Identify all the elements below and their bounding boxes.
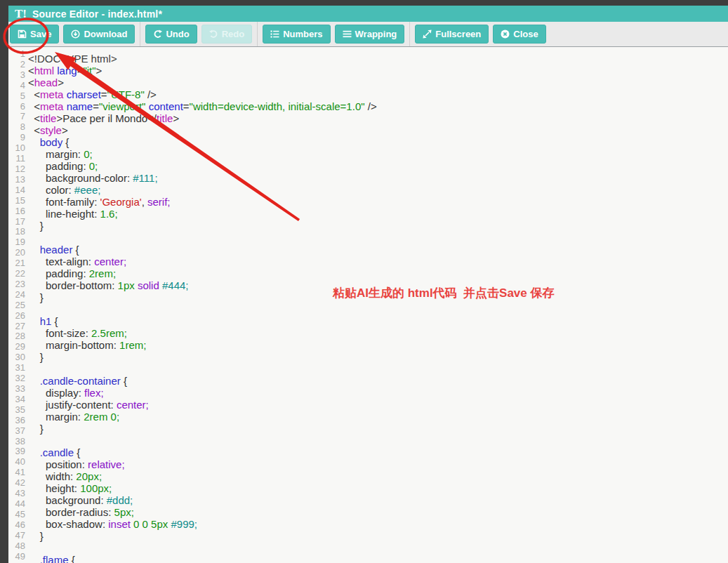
line-number: 33 — [8, 384, 25, 395]
wrap-lines-icon — [343, 29, 352, 39]
line-number: 21 — [8, 258, 25, 269]
button-label: Save — [30, 29, 51, 39]
code-line[interactable]: position: relative; — [28, 458, 728, 470]
code-line[interactable]: display: flex; — [28, 387, 728, 399]
code-line[interactable]: <style> — [28, 124, 728, 136]
line-number: 8 — [8, 122, 25, 133]
line-number: 43 — [8, 489, 25, 499]
undo-button[interactable]: Undo — [145, 25, 197, 44]
fullscreen-icon — [423, 29, 432, 39]
toolbar: SaveDownloadUndoRedoNumbersWrappingFulls… — [8, 22, 728, 47]
code-line[interactable]: width: 20px; — [28, 470, 728, 482]
line-number: 29 — [8, 342, 25, 352]
code-line[interactable]: <head> — [28, 77, 728, 88]
line-number-gutter: 1234567891011121314151617181920212223242… — [8, 49, 25, 562]
fullscreen-button[interactable]: Fullscreen — [415, 25, 489, 44]
code-line[interactable]: font-size: 2.5rem; — [28, 327, 728, 339]
code-line[interactable]: <!DOCTYPE html> — [28, 53, 728, 65]
numbered-list-icon — [270, 29, 279, 39]
code-line[interactable]: <html lang="it"> — [28, 65, 728, 77]
code-line[interactable]: } — [28, 351, 728, 363]
page: { "window": { "logo": "T!", "title": "So… — [0, 0, 728, 563]
line-number: 27 — [8, 322, 25, 332]
code-editor[interactable]: 1234567891011121314151617181920212223242… — [8, 47, 728, 563]
line-number: 24 — [8, 290, 25, 300]
save-button[interactable]: Save — [10, 25, 59, 44]
code-line[interactable]: h1 { — [28, 315, 728, 327]
line-number: 35 — [8, 405, 25, 416]
line-number: 46 — [8, 520, 25, 531]
code-line[interactable]: <meta name="viewport" content="width=dev… — [28, 100, 728, 112]
line-number: 25 — [8, 300, 25, 311]
code-line[interactable]: border-radius: 5px; — [28, 506, 728, 518]
toolbar-group: NumbersWrapping — [258, 22, 410, 46]
code-line[interactable] — [28, 232, 728, 244]
download-button[interactable]: Download — [63, 25, 135, 44]
code-line[interactable]: header { — [28, 244, 728, 256]
redo-button[interactable]: Redo — [201, 25, 253, 44]
numbers-button[interactable]: Numbers — [263, 25, 330, 44]
close-button[interactable]: Close — [493, 25, 545, 44]
code-line[interactable]: .candle-container { — [28, 375, 728, 387]
line-number: 10 — [8, 143, 25, 154]
line-number: 49 — [8, 552, 25, 562]
code-line[interactable]: font-family: 'Georgia', serif; — [28, 196, 728, 208]
line-number: 42 — [8, 478, 25, 489]
line-number: 37 — [8, 426, 25, 437]
code-line[interactable]: .candle { — [28, 446, 728, 458]
app-logo: T! — [15, 8, 27, 20]
line-number: 5 — [8, 91, 25, 102]
code-line[interactable]: box-shadow: inset 0 0 5px #999; — [28, 518, 728, 530]
code-line[interactable]: .flame { — [28, 554, 728, 563]
line-number: 13 — [8, 175, 25, 185]
wrapping-button[interactable]: Wrapping — [335, 25, 405, 44]
line-number: 12 — [8, 164, 25, 175]
code-content[interactable]: <!DOCTYPE html><html lang="it"><head> <m… — [28, 53, 728, 563]
code-line[interactable]: background: #ddd; — [28, 494, 728, 506]
line-number: 4 — [8, 81, 25, 91]
line-number: 7 — [8, 112, 25, 122]
code-line[interactable]: padding: 2rem; — [28, 267, 728, 279]
line-number: 15 — [8, 196, 25, 206]
code-line[interactable]: } — [28, 220, 728, 232]
line-number: 11 — [8, 154, 25, 164]
code-line[interactable]: margin: 0; — [28, 148, 728, 160]
code-line[interactable]: height: 100px; — [28, 482, 728, 494]
annotation-note: 粘贴AI生成的 html代码 并点击Save 保存 — [333, 285, 554, 301]
line-number: 34 — [8, 395, 25, 405]
code-line[interactable]: text-align: center; — [28, 256, 728, 267]
code-line[interactable] — [28, 303, 728, 315]
code-line[interactable]: } — [28, 423, 728, 435]
code-line[interactable]: color: #eee; — [28, 184, 728, 196]
line-number: 3 — [8, 70, 25, 81]
line-number: 32 — [8, 373, 25, 384]
code-line[interactable] — [28, 542, 728, 554]
code-line[interactable]: justify-content: center; — [28, 399, 728, 411]
line-number: 2 — [8, 60, 25, 70]
line-number: 16 — [8, 206, 25, 217]
code-line[interactable]: padding: 0; — [28, 160, 728, 172]
code-line[interactable]: } — [28, 530, 728, 542]
floppy-save-icon — [18, 29, 27, 39]
button-label: Fullscreen — [435, 29, 481, 39]
source-editor-window: T! Source Editor - index.html* SaveDownl… — [8, 6, 728, 563]
code-line[interactable]: background-color: #111; — [28, 172, 728, 184]
undo-icon — [153, 29, 162, 39]
line-number: 47 — [8, 531, 25, 541]
window-title: Source Editor - index.html* — [32, 8, 162, 20]
line-number: 17 — [8, 217, 25, 227]
button-label: Redo — [222, 29, 245, 39]
code-line[interactable]: margin: 2rem 0; — [28, 411, 728, 423]
code-line[interactable]: <meta charset="UTF-8" /> — [28, 88, 728, 100]
code-line[interactable]: line-height: 1.6; — [28, 208, 728, 220]
code-line[interactable] — [28, 363, 728, 375]
button-label: Wrapping — [355, 29, 397, 39]
line-number: 23 — [8, 279, 25, 290]
code-line[interactable]: <title>Pace per il Mondo</title> — [28, 112, 728, 124]
redo-icon — [209, 29, 218, 39]
code-line[interactable]: margin-bottom: 1rem; — [28, 339, 728, 351]
code-line[interactable]: body { — [28, 136, 728, 148]
code-line[interactable] — [28, 435, 728, 446]
line-number: 41 — [8, 468, 25, 478]
line-number: 18 — [8, 227, 25, 237]
